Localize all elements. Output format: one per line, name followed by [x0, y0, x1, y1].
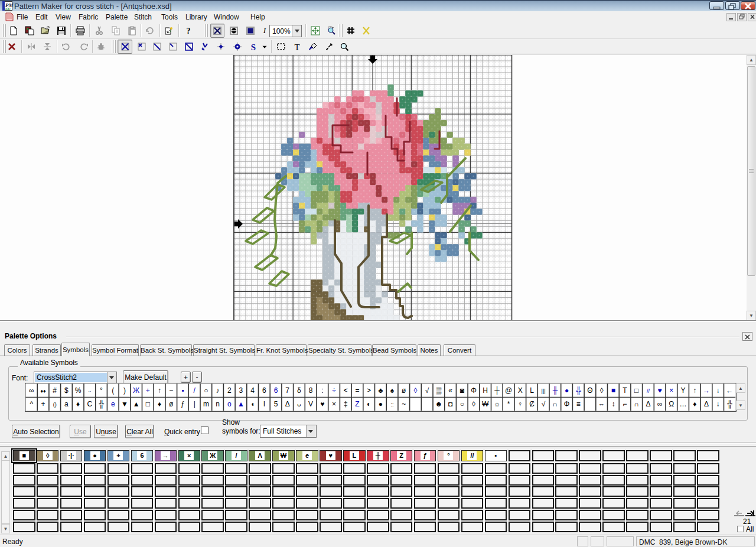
- svg-text:I: I: [263, 26, 266, 35]
- svg-text:|: |: [194, 400, 195, 408]
- svg-text:ø: ø: [402, 386, 406, 395]
- svg-text:Ж: Ж: [133, 386, 139, 395]
- svg-text:H: H: [483, 386, 488, 395]
- svg-text:(: (: [112, 386, 114, 395]
- svg-text:▲: ▲: [237, 400, 245, 408]
- svg-text:□: □: [146, 400, 150, 408]
- svg-text:n: n: [216, 400, 220, 408]
- svg-text:‡: ‡: [344, 400, 348, 408]
- svg-text:↑: ↑: [158, 386, 161, 395]
- svg-text:×: ×: [669, 386, 673, 395]
- svg-text:↑: ↑: [693, 386, 696, 395]
- svg-text:T: T: [623, 386, 627, 395]
- svg-text:+: +: [41, 400, 45, 408]
- svg-text:■: ■: [611, 386, 615, 395]
- svg-text:○: ○: [460, 400, 464, 408]
- svg-text:6: 6: [274, 386, 278, 395]
- svg-text:5: 5: [274, 400, 278, 408]
- svg-text:∞: ∞: [29, 386, 34, 395]
- svg-text:Δ: Δ: [646, 400, 650, 408]
- svg-text:(): (): [53, 402, 57, 408]
- svg-text:╫: ╫: [552, 386, 558, 395]
- svg-text:L: L: [530, 386, 534, 395]
- svg-text:I: I: [263, 400, 265, 408]
- svg-text:╬: ╬: [99, 400, 104, 409]
- svg-text:√: √: [425, 386, 429, 395]
- svg-text:◊: ◊: [600, 386, 604, 395]
- svg-text:≡: ≡: [576, 400, 581, 408]
- svg-text:ø: ø: [169, 400, 174, 408]
- svg-text:a: a: [64, 400, 69, 408]
- svg-text:*: *: [507, 400, 510, 408]
- svg-text:÷: ÷: [332, 386, 336, 395]
- svg-text:∙∙: ∙∙: [88, 388, 91, 394]
- svg-text:6: 6: [262, 386, 266, 395]
- svg-text:o: o: [227, 400, 232, 408]
- svg-text:%: %: [75, 386, 82, 395]
- svg-text:♦: ♦: [693, 400, 696, 408]
- svg-text:↕: ↕: [611, 400, 615, 408]
- svg-text:↓: ↓: [716, 400, 720, 408]
- svg-text:○: ○: [204, 386, 208, 395]
- svg-text:+: +: [146, 386, 150, 395]
- svg-text:°: °: [100, 386, 103, 395]
- svg-text:Φ: Φ: [564, 400, 570, 408]
- svg-text:4: 4: [250, 386, 255, 395]
- svg-text:₩: ₩: [482, 400, 489, 408]
- svg-text:ƒ: ƒ: [181, 400, 185, 408]
- svg-text:Y: Y: [680, 386, 685, 395]
- svg-text:): ): [123, 386, 126, 395]
- svg-text:♦: ♦: [158, 400, 161, 408]
- svg-text:?: ?: [187, 27, 191, 35]
- svg-text:◊: ◊: [414, 386, 418, 395]
- svg-text:|||: |||: [542, 388, 546, 394]
- svg-text:⇔: ⇔: [598, 400, 605, 408]
- svg-text:♣: ♣: [378, 386, 383, 395]
- svg-text:ᴗ: ᴗ: [297, 400, 301, 408]
- svg-text:↓: ↓: [716, 386, 720, 395]
- svg-text:⌐: ⌐: [623, 400, 627, 408]
- svg-text:╬: ╬: [727, 400, 732, 409]
- svg-text:<: <: [344, 386, 348, 395]
- svg-text:Ȼ: Ȼ: [529, 400, 535, 408]
- svg-text:→: →: [703, 386, 710, 395]
- svg-text:╬: ╬: [576, 386, 581, 395]
- svg-text:▒: ▒: [436, 386, 442, 395]
- svg-text:V: V: [308, 400, 313, 408]
- svg-text:@: @: [505, 386, 512, 395]
- svg-text:◊: ◊: [472, 400, 475, 408]
- svg-text:×: ×: [332, 400, 336, 408]
- svg-text:e: e: [111, 400, 115, 408]
- svg-text:X: X: [518, 386, 523, 395]
- svg-text:8: 8: [309, 386, 313, 395]
- svg-text:…: …: [680, 400, 687, 408]
- svg-text:☻: ☻: [435, 400, 443, 408]
- svg-text:∩: ∩: [553, 400, 558, 408]
- svg-text:7: 7: [285, 386, 289, 395]
- svg-text:∞: ∞: [657, 400, 663, 408]
- svg-text:◐: ◐: [367, 400, 371, 408]
- svg-text:T: T: [294, 43, 299, 52]
- svg-text:▪: ▪: [181, 386, 184, 395]
- svg-text:~: ~: [402, 400, 406, 408]
- svg-text:←: ←: [726, 386, 733, 395]
- svg-text:2: 2: [227, 386, 232, 395]
- svg-text:♥: ♥: [320, 400, 324, 408]
- svg-text:●: ●: [379, 400, 383, 408]
- svg-text:▼: ▼: [121, 400, 128, 408]
- svg-text:=: =: [355, 386, 359, 395]
- svg-text:δ: δ: [297, 386, 301, 395]
- svg-text:#: #: [53, 386, 57, 395]
- svg-text:♦: ♦: [76, 400, 80, 408]
- svg-text:∩: ∩: [634, 400, 639, 408]
- svg-text://: //: [647, 388, 650, 394]
- svg-text:●: ●: [565, 386, 569, 395]
- svg-text::: :: [321, 386, 323, 395]
- svg-text:C: C: [87, 400, 92, 408]
- svg-text:^: ^: [30, 400, 33, 408]
- svg-text:♥: ♥: [658, 386, 662, 395]
- svg-text:3: 3: [239, 386, 243, 395]
- svg-text:┼: ┼: [494, 386, 500, 395]
- svg-text:−: −: [169, 386, 173, 395]
- svg-text:Φ: Φ: [471, 386, 477, 395]
